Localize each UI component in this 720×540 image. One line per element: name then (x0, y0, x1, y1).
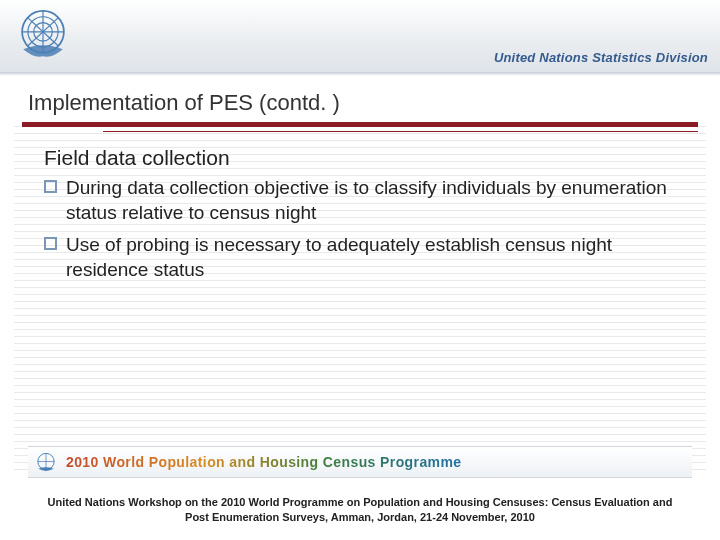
division-label: United Nations Statistics Division (494, 50, 708, 65)
un-emblem-icon (14, 4, 72, 62)
banner-text: 2010 World Population and Housing Census… (66, 454, 461, 470)
square-bullet-icon (44, 237, 57, 250)
slide: United Nations Statistics Division Imple… (0, 0, 720, 540)
bullet-list: During data collection objective is to c… (44, 176, 676, 283)
header-divider (0, 72, 720, 76)
bullet-text: During data collection objective is to c… (66, 177, 667, 223)
un-emblem-small-icon (34, 450, 58, 474)
title-underline (22, 122, 698, 132)
list-item: During data collection objective is to c… (44, 176, 676, 225)
body-area: Implementation of PES (contd. ) Field da… (0, 80, 720, 460)
list-item: Use of probing is necessary to adequatel… (44, 233, 676, 282)
square-bullet-icon (44, 180, 57, 193)
slide-title: Implementation of PES (contd. ) (0, 80, 720, 122)
section-heading: Field data collection (44, 146, 676, 170)
footnote: United Nations Workshop on the 2010 Worl… (40, 495, 680, 524)
footer-banner: 2010 World Population and Housing Census… (28, 446, 692, 478)
bullet-text: Use of probing is necessary to adequatel… (66, 234, 612, 280)
content: Field data collection During data collec… (0, 138, 720, 283)
header-bar: United Nations Statistics Division (0, 0, 720, 73)
